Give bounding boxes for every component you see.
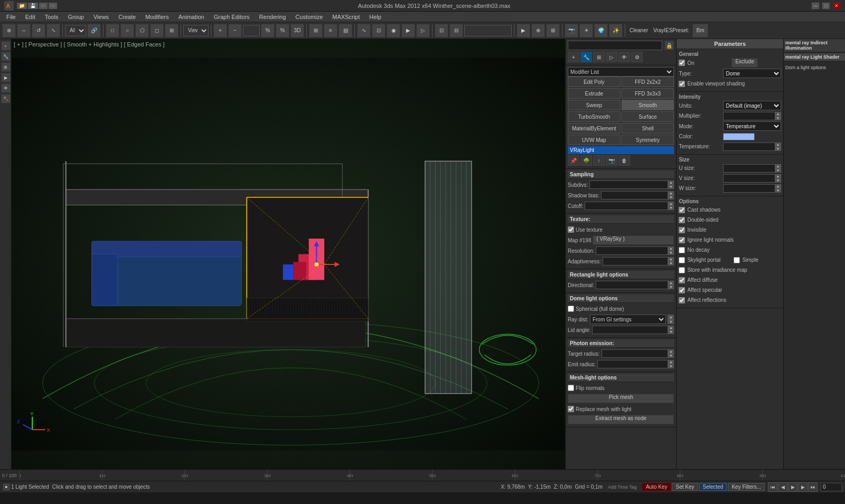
- mod-ffd2[interactable]: FFD 2x2x2: [622, 77, 674, 87]
- resolution-spinner[interactable]: 1024 ▲ ▼: [596, 246, 674, 255]
- v-size-spinner[interactable]: 1,0m ▲ ▼: [723, 174, 781, 183]
- subdivs-spinner[interactable]: 16 ▲ ▼: [589, 180, 674, 189]
- lock-btn[interactable]: 🔒: [664, 41, 674, 50]
- menu-file[interactable]: File: [2, 13, 20, 21]
- lid-angle-spinner[interactable]: 5,1m ▲ ▼: [592, 326, 674, 334]
- map-btn[interactable]: ( VRaySky ): [593, 235, 674, 245]
- tb-camera-view[interactable]: 📷: [565, 24, 578, 37]
- mod-uvw[interactable]: UVW Map: [568, 135, 621, 145]
- v-size-down[interactable]: ▼: [775, 178, 781, 183]
- utilities-tab[interactable]: ⚙: [631, 52, 643, 62]
- no-decay-checkbox[interactable]: [679, 247, 685, 253]
- left-btn-hier[interactable]: ⊞: [1, 62, 11, 72]
- maximize-button[interactable]: □: [822, 2, 830, 9]
- directional-spinner[interactable]: 0,0 ▲ ▼: [596, 281, 674, 289]
- create-selection-input[interactable]: Create Selection G...: [464, 25, 512, 36]
- temperature-spinner[interactable]: 6500,0 ▲ ▼: [723, 142, 781, 151]
- preset-btn[interactable]: Bm: [692, 24, 708, 37]
- units-combo[interactable]: Default (image): [723, 101, 781, 110]
- tb-layers[interactable]: ▤: [339, 24, 352, 37]
- tb-render2[interactable]: ▷: [416, 24, 430, 37]
- minimize-button[interactable]: ─: [811, 2, 820, 9]
- lid-angle-down[interactable]: ▼: [668, 330, 674, 334]
- filter-combo[interactable]: All: [65, 25, 86, 36]
- adaptiveness-down[interactable]: ▼: [668, 261, 674, 265]
- mod-edit-poly[interactable]: Edit Poly: [568, 77, 621, 87]
- emit-radius-input[interactable]: 3,81m: [597, 360, 674, 368]
- mod-smooth[interactable]: Smooth: [622, 100, 674, 110]
- w-size-down[interactable]: ▼: [775, 188, 781, 193]
- menu-graph-editors[interactable]: Graph Editors: [210, 13, 254, 21]
- cutoff-down[interactable]: ▼: [668, 206, 674, 210]
- v-size-input[interactable]: 1,0m: [723, 174, 781, 183]
- menu-modifiers[interactable]: Modifiers: [141, 13, 173, 21]
- ray-dist-combo[interactable]: From GI settings: [590, 315, 666, 324]
- menu-maxscript[interactable]: MAXScript: [328, 13, 364, 21]
- auto-key-btn[interactable]: Auto Key: [642, 483, 671, 491]
- tb-play[interactable]: ▶: [517, 24, 530, 37]
- target-radius-spinner[interactable]: 2,54m ▲ ▼: [602, 349, 674, 358]
- tb-move[interactable]: ↔: [17, 24, 31, 37]
- display-tab[interactable]: 👁: [618, 52, 630, 62]
- cast-shadows-checkbox[interactable]: [679, 207, 685, 213]
- tb-render[interactable]: ▶: [401, 24, 415, 37]
- object-name-input[interactable]: VRayLight010: [568, 41, 662, 50]
- spherical-checkbox[interactable]: [568, 306, 574, 312]
- shadow-bias-input[interactable]: 0,001m: [601, 191, 674, 199]
- vraylight-entry[interactable]: VRayLight: [568, 146, 674, 154]
- ray-dist-up[interactable]: ▲: [668, 315, 674, 319]
- multiplier-up[interactable]: ▲: [775, 112, 781, 116]
- menu-customize[interactable]: Customize: [291, 13, 327, 21]
- mod-material[interactable]: MaterialByElement: [568, 123, 621, 134]
- snap-value-input[interactable]: 2.5: [243, 25, 260, 36]
- emit-radius-up[interactable]: ▲: [668, 360, 674, 364]
- modify-tab[interactable]: 🔧: [580, 52, 592, 62]
- adaptiveness-input[interactable]: 1,0: [603, 257, 674, 265]
- v-size-up[interactable]: ▲: [775, 174, 781, 178]
- target-radius-up[interactable]: ▲: [668, 349, 674, 354]
- tb-box[interactable]: □: [106, 24, 119, 37]
- multiplier-down[interactable]: ▼: [775, 116, 781, 120]
- type-combo[interactable]: Dome: [723, 69, 781, 78]
- multiplier-spinner[interactable]: 1,0 ▲ ▼: [723, 112, 781, 120]
- viewport-canvas[interactable]: X Y Z: [12, 39, 565, 469]
- tb-curve[interactable]: ∿: [357, 24, 371, 37]
- timeline-track[interactable]: 0 10 20 30 40 50 60 70 80 90 100: [20, 470, 845, 481]
- tb-plus[interactable]: +: [213, 24, 227, 37]
- stack-move-up[interactable]: ↑: [593, 155, 605, 166]
- tb-array[interactable]: ⊞: [165, 24, 179, 37]
- temperature-up[interactable]: ▲: [775, 142, 781, 147]
- directional-up[interactable]: ▲: [668, 281, 674, 285]
- tb-sel1[interactable]: ⊡: [435, 24, 448, 37]
- store-irradiance-checkbox[interactable]: [679, 267, 685, 273]
- tb-3d[interactable]: 3D: [290, 24, 304, 37]
- affect-reflections-checkbox[interactable]: [679, 297, 685, 303]
- shadow-bias-down[interactable]: ▼: [668, 195, 674, 199]
- mod-turbosmooth[interactable]: TurboSmooth: [568, 111, 621, 122]
- tb-select[interactable]: ⊕: [2, 24, 16, 37]
- affect-diffuse-checkbox[interactable]: [679, 277, 685, 283]
- double-sided-checkbox[interactable]: [679, 217, 685, 223]
- cutoff-up[interactable]: ▲: [668, 202, 674, 206]
- menu-views[interactable]: Views: [89, 13, 113, 21]
- subdivs-down[interactable]: ▼: [668, 185, 674, 189]
- ignore-light-normals-checkbox[interactable]: [679, 237, 685, 243]
- mod-ffd3[interactable]: FFD 3x3x3: [622, 88, 674, 99]
- tb-snap1[interactable]: %: [261, 24, 275, 37]
- tb-rotate[interactable]: ↺: [32, 24, 45, 37]
- mod-sweep[interactable]: Sweep: [568, 100, 621, 110]
- mod-extrude[interactable]: Extrude: [568, 88, 621, 99]
- subdivs-input[interactable]: 16: [589, 180, 674, 189]
- menu-group[interactable]: Group: [63, 13, 88, 21]
- lid-angle-up[interactable]: ▲: [668, 326, 674, 330]
- ray-dist-down[interactable]: ▼: [668, 319, 674, 324]
- set-key-btn[interactable]: Set Key: [672, 483, 698, 491]
- frame-input[interactable]: [821, 483, 842, 491]
- mod-surface[interactable]: Surface: [622, 111, 674, 122]
- w-size-input[interactable]: 0,25m: [723, 184, 781, 193]
- menu-help[interactable]: Help: [365, 13, 386, 21]
- shadow-bias-up[interactable]: ▲: [668, 191, 674, 195]
- menu-edit[interactable]: Edit: [21, 13, 40, 21]
- use-texture-checkbox[interactable]: [568, 226, 574, 233]
- left-btn-util[interactable]: 🔨: [1, 94, 11, 103]
